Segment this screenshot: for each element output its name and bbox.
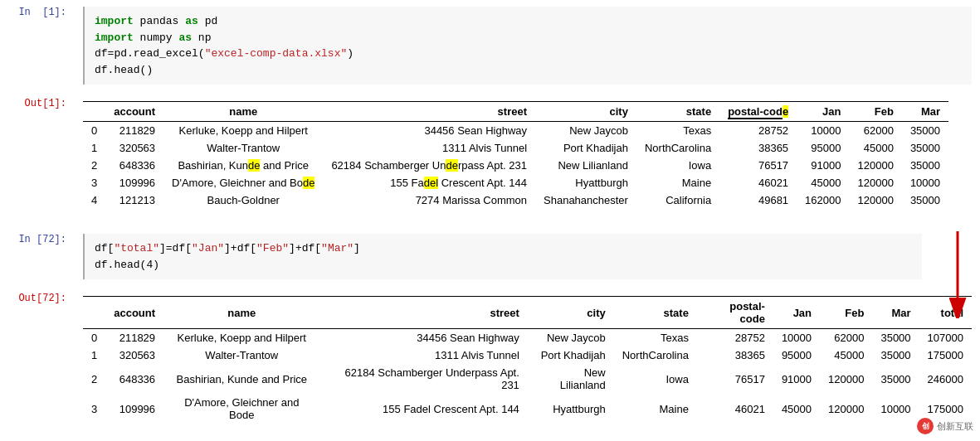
highlight-span: del [424,177,438,189]
cell-street: 1311 Alvis Tunnel [323,139,535,157]
th-account: account [105,102,163,122]
keyword: as [185,15,198,27]
output-table-1: account name street city state postal-co… [83,101,948,209]
th-empty [83,102,105,122]
red-arrow-icon [933,227,978,318]
cell-city: New Jaycob [535,122,636,140]
cell-postal: 28752 [719,122,797,140]
string-literal: "Mar" [321,242,353,254]
cell-feb: 62000 [820,329,872,347]
string-literal: "excel-comp-data.xlsx" [205,47,348,60]
cell-name: Bashirian, Kunde and Price [163,157,323,174]
cell-name: Walter-Trantow [163,139,323,157]
cell-account: 648336 [105,157,163,174]
th-jan: Jan [773,297,820,329]
th-mar: Mar [872,297,919,329]
code-block-in1: import pandas as pd import numpy as np d… [83,7,972,85]
cell-account: 211829 [105,329,163,347]
table-row: 1 320563 Walter-Trantow 1311 Alvis Tunne… [83,346,972,364]
th-street: street [323,102,535,122]
cell-feb: 120000 [850,174,902,191]
cell-name: Kerluke, Koepp and Hilpert [163,122,323,140]
th-mar: Mar [902,102,948,122]
code-block-in72: df["total"]=df["Jan"]+df["Feb"]+df["Mar"… [83,234,922,279]
cell-city: Port Khadijah [528,346,614,364]
string-literal: "total" [114,242,159,254]
cell-feb: 120000 [820,394,872,424]
string-literal: "Feb" [256,242,289,254]
row-idx: 1 [83,346,105,364]
th-state: state [614,297,697,329]
th-feb: Feb [850,102,902,122]
cell-feb: 45000 [850,139,902,157]
row-idx: 3 [83,174,105,191]
cell-state: Texas [636,122,719,140]
cell-jan: 45000 [773,394,820,424]
cell-state: Texas [614,329,697,347]
branding: 创 创新互联 [917,418,973,434]
cell-label-in72: In [72]: [0,227,75,252]
cell-account: 648336 [105,364,163,394]
cell-mar: 35000 [872,346,919,364]
cell-account: 109996 [105,174,163,191]
brand-logo: 创 [917,418,934,434]
cell-street: 34456 Sean Highway [320,329,528,347]
keyword: import [95,32,134,44]
th-postal-code: postal-code [719,102,797,122]
cell-street: 34456 Sean Highway [323,122,535,140]
row-idx: 3 [83,394,105,424]
cell-city: Port Khadijah [535,139,636,157]
th-name: name [163,297,319,329]
th-jan: Jan [797,102,849,122]
th-feb: Feb [820,297,872,329]
cell-mar: 35000 [872,329,919,347]
cell-mar: 35000 [902,122,948,140]
th-postal-code: postal-code [697,297,773,329]
cell-total: 175000 [919,346,972,364]
cell-postal: 46021 [719,174,797,191]
th-name: name [163,102,323,122]
cell-state: Maine [636,174,719,191]
cell-jan: 10000 [773,329,820,347]
table-row: 0 211829 Kerluke, Koepp and Hilpert 3445… [83,329,972,347]
cell-state: Maine [614,394,697,424]
cell-out1: Out[1]: account name street city state p… [0,91,980,219]
table-row: 3 109996 D'Amore, Gleichner and Bode 155… [83,394,972,424]
cell-city: New Lilianland [535,157,636,174]
cell-feb: 120000 [850,157,902,174]
cell-mar: 35000 [902,157,948,174]
row-idx: 4 [83,191,105,209]
highlight-span: de [248,159,260,172]
cell-jan: 95000 [797,139,849,157]
cell-mar: 35000 [902,191,948,209]
cell-name: Bashirian, Kunde and Price [163,364,319,394]
cell-name: Walter-Trantow [163,346,319,364]
cell-postal: 49681 [719,191,797,209]
cell-account: 320563 [105,139,163,157]
cell-in1: In [1]: import pandas as pd import numpy… [0,0,980,91]
cell-jan: 91000 [797,157,849,174]
cell-total: 246000 [919,364,972,394]
cell-street: 155 Fadel Crescent Apt. 144 [320,394,528,424]
cell-mar: 10000 [872,394,919,424]
cell-feb: 62000 [850,122,902,140]
cell-state: NorthCarolina [636,139,719,157]
table-row: 1 320563 Walter-Trantow 1311 Alvis Tunne… [83,139,948,157]
cell-account: 109996 [105,394,163,424]
cell-street: 7274 Marissa Common [323,191,535,209]
cell-jan: 95000 [773,346,820,364]
cell-postal: 38365 [697,346,773,364]
cell-state: California [636,191,719,209]
brand-text: 创新互联 [937,420,973,433]
th-city: city [528,297,614,329]
cell-feb: 120000 [850,191,902,209]
cell-total: 107000 [919,329,972,347]
cell-city: Shanahanchester [535,191,636,209]
cell-in72: In [72]: df["total"]=df["Jan"]+df["Feb"]… [0,227,980,286]
cell-postal: 76517 [697,364,773,394]
string-literal: "Jan" [192,242,224,254]
cell-label-out72: Out[72]: [0,286,75,311]
th-street: street [320,297,528,329]
table-row: 2 648336 Bashirian, Kunde and Price 6218… [83,364,972,394]
cell-name: D'Amore, Gleichner and Bode [163,394,319,424]
